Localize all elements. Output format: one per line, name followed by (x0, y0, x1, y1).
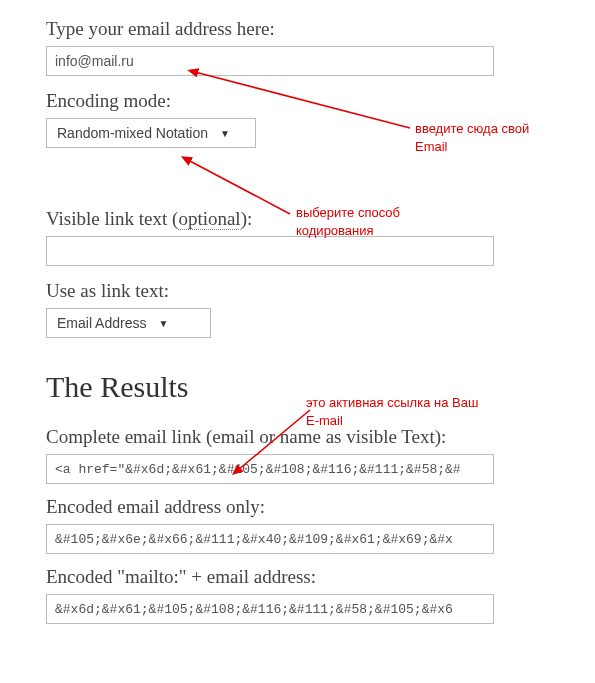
results-heading: The Results (46, 370, 510, 404)
encoded-mailto-output[interactable] (46, 594, 494, 624)
complete-link-label: Complete email link (email or name as vi… (46, 426, 510, 448)
email-label: Type your email address here: (46, 18, 510, 40)
encoding-label: Encoding mode: (46, 90, 510, 112)
encoded-mailto-label: Encoded "mailto:" + email address: (46, 566, 510, 588)
visible-text-label-post: ): (241, 208, 253, 229)
complete-link-output[interactable] (46, 454, 494, 484)
encoded-only-output[interactable] (46, 524, 494, 554)
optional-hint: optional (178, 208, 240, 230)
visible-text-input[interactable] (46, 236, 494, 266)
chevron-down-icon: ▼ (220, 128, 230, 139)
encoded-only-label: Encoded email address only: (46, 496, 510, 518)
encoding-select-value: Random-mixed Notation (57, 125, 220, 141)
chevron-down-icon: ▼ (158, 318, 168, 329)
use-as-select-value: Email Address (57, 315, 158, 331)
encoding-select[interactable]: Random-mixed Notation ▼ (46, 118, 256, 148)
use-as-label: Use as link text: (46, 280, 510, 302)
use-as-select[interactable]: Email Address ▼ (46, 308, 211, 338)
visible-text-label: Visible link text (optional): (46, 208, 510, 230)
email-input[interactable] (46, 46, 494, 76)
form-container: Type your email address here: Encoding m… (0, 0, 510, 636)
visible-text-label-pre: Visible link text ( (46, 208, 178, 229)
